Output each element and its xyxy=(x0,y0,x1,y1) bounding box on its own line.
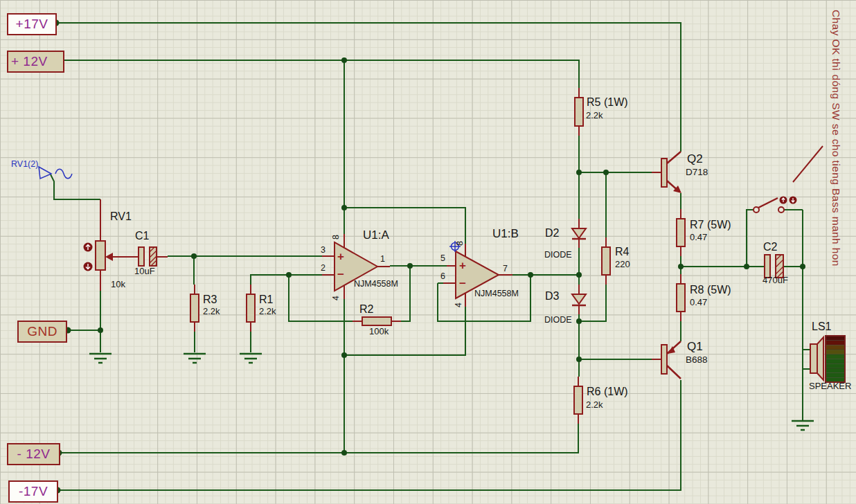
c1-value: 10uF xyxy=(134,267,155,276)
wire-bias-bot[interactable] xyxy=(579,285,652,377)
u1b-pin5: 5 xyxy=(440,254,445,263)
u1a-pin1: 1 xyxy=(380,255,385,264)
wire-rail-p17[interactable] xyxy=(55,23,681,152)
u1a-pin3: 3 xyxy=(321,246,326,255)
terminal-gnd-label: GND xyxy=(27,324,57,339)
terminal-plus17v[interactable]: +17V xyxy=(7,13,57,35)
switch-toggle-up-icon[interactable] xyxy=(780,197,787,204)
diode-d2[interactable] xyxy=(572,228,586,239)
r7-ref: R7 (5W) xyxy=(690,219,731,231)
r6-value: 2.2k xyxy=(586,400,603,410)
r1-ref: R1 xyxy=(259,294,273,306)
resistor-r4[interactable] xyxy=(602,247,610,275)
terminal-plus12v-label: + 12V xyxy=(11,54,48,69)
u1b-value: NJM4558M xyxy=(474,289,519,298)
wire-bias-top[interactable] xyxy=(579,136,652,237)
r8-value: 0.47 xyxy=(690,298,707,307)
u1b-minus-sign: − xyxy=(459,278,466,289)
capacitor-c1[interactable] xyxy=(139,247,157,266)
r1-value: 2.2k xyxy=(259,307,276,316)
transistor-q2[interactable] xyxy=(661,152,681,193)
u1b-pin7: 7 xyxy=(503,264,508,273)
switch-sw[interactable] xyxy=(754,198,784,213)
d2-ref: D2 xyxy=(545,228,559,240)
c1-ref: C1 xyxy=(135,231,149,242)
r2-value: 100k xyxy=(369,327,389,336)
c2-value: 470uF xyxy=(763,276,788,285)
q2-value: D718 xyxy=(686,168,708,177)
wire-noninv-in[interactable] xyxy=(168,256,322,285)
terminal-plus12v[interactable]: + 12V xyxy=(7,51,64,73)
r4-ref: R4 xyxy=(615,246,629,258)
u1b-ref: U1:B xyxy=(492,228,519,240)
resistor-r6[interactable] xyxy=(574,386,582,414)
signal-probe[interactable] xyxy=(39,167,72,179)
u1a-value: NJM4558M xyxy=(354,280,398,289)
u1a-pin2: 2 xyxy=(321,264,326,273)
rv1-ref: RV1 xyxy=(110,211,132,223)
transistor-q1[interactable] xyxy=(661,341,681,379)
u1b-pin4: 4 xyxy=(454,303,463,307)
wire-rail-p12[interactable] xyxy=(59,60,579,244)
r4-value: 220 xyxy=(615,260,630,269)
r7-value: 0.47 xyxy=(690,233,707,242)
u1a-pin4: 4 xyxy=(332,296,341,300)
q2-ref: Q2 xyxy=(687,153,703,165)
terminal-plus17v-label: +17V xyxy=(16,17,48,32)
r3-ref: R3 xyxy=(203,294,217,306)
annotation-pointer-line[interactable] xyxy=(793,146,823,182)
u1b-pin6: 6 xyxy=(440,272,445,281)
resistor-r3[interactable] xyxy=(190,294,199,322)
q1-value: B688 xyxy=(686,355,708,365)
r6-ref: R6 (1W) xyxy=(587,386,628,398)
schematic-drawing xyxy=(0,0,856,504)
wire-input-source[interactable] xyxy=(51,174,100,199)
annotation-note[interactable]: Chay OK thì dóng SW se cho tieng Bass ma… xyxy=(829,10,842,281)
d3-value: DIODE xyxy=(544,316,572,325)
wire-rail-n12[interactable] xyxy=(58,299,578,453)
c2-ref: C2 xyxy=(763,242,777,253)
ground-symbol[interactable] xyxy=(792,421,814,430)
resistor-r7[interactable] xyxy=(677,219,685,246)
rv1-value: 10k xyxy=(111,280,125,289)
wire-resistor-grounds[interactable] xyxy=(195,332,251,352)
r3-value: 2.2k xyxy=(203,307,220,316)
wire-gnd-net[interactable] xyxy=(67,291,100,352)
r5-ref: R5 (1W) xyxy=(587,97,628,109)
r5-value: 2.2k xyxy=(586,111,603,120)
u1a-minus-sign: − xyxy=(337,269,344,280)
ground-symbol[interactable] xyxy=(184,354,206,363)
diode-d3[interactable] xyxy=(572,294,586,305)
potentiometer-rv1[interactable] xyxy=(96,241,140,270)
q1-ref: Q1 xyxy=(687,341,703,353)
pot-adjust-down-icon[interactable] xyxy=(84,262,93,271)
u1b-plus-sign: + xyxy=(459,260,466,271)
u1a-pin8: 8 xyxy=(332,235,341,240)
resistor-r5[interactable] xyxy=(575,98,583,126)
u1a-plus-sign: + xyxy=(337,251,344,262)
u1a-ref: U1:A xyxy=(363,229,389,242)
resistor-r2[interactable] xyxy=(362,317,391,325)
terminal-minus17v[interactable]: -17V xyxy=(8,480,58,503)
ls1-value: SPEAKER xyxy=(809,381,851,391)
r8-ref: R8 (5W) xyxy=(690,285,731,296)
speaker-ls1[interactable] xyxy=(810,337,823,380)
resistor-r8[interactable] xyxy=(677,284,685,312)
d2-value: DIODE xyxy=(544,251,572,260)
ls1-ref: LS1 xyxy=(812,321,831,333)
switch-toggle-down-icon[interactable] xyxy=(790,197,797,204)
u1b-pin8: 8 xyxy=(456,241,465,246)
ground-symbol[interactable] xyxy=(89,354,112,363)
d3-ref: D3 xyxy=(545,291,559,303)
terminal-gnd[interactable]: GND xyxy=(17,321,67,343)
probe-label: RV1(2) xyxy=(11,160,38,169)
terminal-minus17v-label: -17V xyxy=(19,484,48,499)
ground-symbol[interactable] xyxy=(240,354,262,363)
speaker-level-meter xyxy=(826,336,845,382)
pot-adjust-up-icon[interactable] xyxy=(84,243,93,252)
r2-ref: R2 xyxy=(359,304,373,316)
terminal-minus12v-label: - 12V xyxy=(17,447,51,462)
resistor-r1[interactable] xyxy=(247,294,255,322)
schematic-canvas: +17V + 12V GND - 12V -17V RV1(2) RV1 10k… xyxy=(0,0,856,504)
terminal-minus12v[interactable]: - 12V xyxy=(7,443,60,465)
